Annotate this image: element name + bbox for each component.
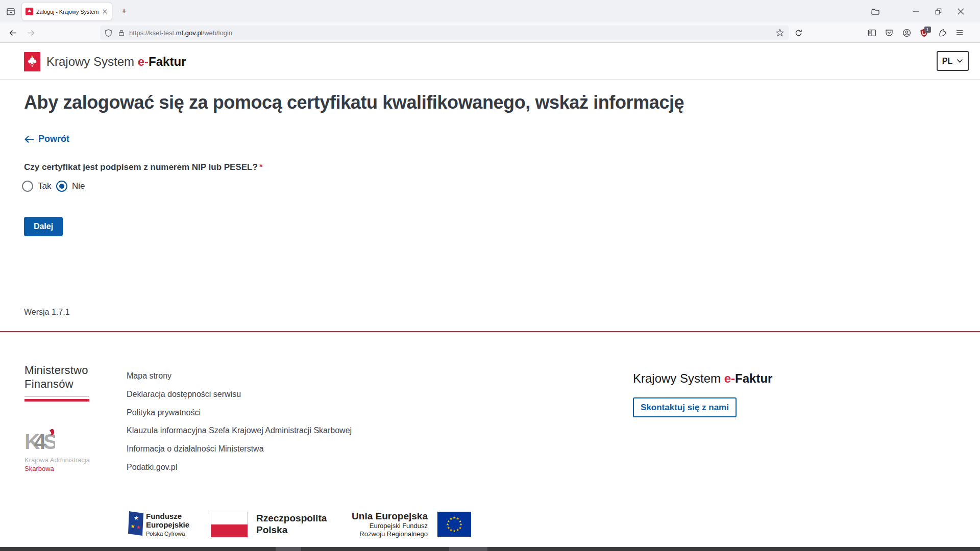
- footer-brand: Krajowy System e-Faktur: [633, 371, 772, 386]
- fundusze-europejskie-flag-icon: ★ ★ ★: [128, 510, 143, 536]
- footer-link-polityka[interactable]: Polityka prywatności: [127, 408, 201, 417]
- close-window-icon[interactable]: [953, 4, 968, 18]
- lock-icon[interactable]: [118, 29, 125, 37]
- tracking-protection-shield-icon[interactable]: [105, 29, 112, 37]
- footer-link-podatki[interactable]: Podatki.gov.pl: [127, 463, 177, 472]
- contact-button[interactable]: Skontaktuj się z nami: [633, 397, 737, 417]
- browser-tab[interactable]: Zaloguj - Krajowy System e-Fak: [22, 3, 112, 20]
- required-asterisk: *: [259, 162, 263, 172]
- sidebar-icon[interactable]: [865, 26, 879, 40]
- svg-text:★: ★: [136, 524, 141, 530]
- ministry-logo-text: Ministerstwo Finansów: [24, 363, 88, 391]
- fundusze-europejskie-text: Fundusze Europejskie Polska Cyfrowa: [146, 512, 189, 538]
- new-tab-button[interactable]: +: [117, 5, 131, 18]
- svg-text:★: ★: [456, 528, 459, 532]
- svg-text:★: ★: [131, 523, 135, 529]
- poland-eagle-logo-icon: [24, 52, 40, 71]
- back-icon[interactable]: [6, 26, 20, 40]
- menu-hamburger-icon[interactable]: [952, 26, 967, 40]
- radio-circle-nie[interactable]: [56, 181, 67, 192]
- footer-link-klauzula[interactable]: Klauzula informacyjna Szefa Krajowej Adm…: [127, 426, 352, 435]
- tab-title: Zaloguj - Krajowy System e-Fak: [36, 9, 100, 15]
- bookmark-star-icon[interactable]: [776, 29, 784, 37]
- browser-window: Zaloguj - Krajowy System e-Fak +: [0, 0, 980, 551]
- poland-flag-icon: [211, 512, 248, 537]
- svg-text:★: ★: [453, 529, 456, 533]
- footer-link-deklaracja[interactable]: Deklaracja dostępności serwisu: [127, 390, 241, 399]
- url-text: https://ksef-test.mf.gov.pl/web/login: [129, 29, 776, 37]
- radio-option-nie[interactable]: Nie: [56, 181, 85, 192]
- svg-text:★: ★: [449, 517, 452, 521]
- extension-icon[interactable]: [935, 26, 949, 40]
- app-title: Krajowy System e-Faktur: [46, 55, 186, 69]
- ministry-underline-gray: [24, 396, 89, 397]
- kas-caption-line2: Skarbowa: [24, 465, 54, 472]
- minimize-icon[interactable]: [909, 4, 923, 18]
- arrow-left-icon: [24, 135, 34, 143]
- site-header: Krajowy System e-Faktur PL: [0, 43, 980, 80]
- svg-text:★: ★: [453, 516, 456, 520]
- footer-link-informacja[interactable]: Informacja o działalności Ministerstwa: [127, 444, 264, 454]
- next-button[interactable]: Dalej: [24, 217, 63, 236]
- navigation-toolbar: https://ksef-test.mf.gov.pl/web/login: [0, 22, 980, 43]
- radio-option-tak[interactable]: Tak: [22, 181, 51, 192]
- eu-flag-icon: ★★★ ★★★ ★★★ ★★★: [437, 512, 471, 537]
- tab-bar: Zaloguj - Krajowy System e-Fak +: [0, 0, 980, 22]
- kas-caption-line1: Krajowa Administracja: [24, 456, 90, 464]
- red-divider: [0, 331, 980, 332]
- chevron-down-icon: [957, 59, 963, 63]
- restore-icon[interactable]: [931, 4, 945, 18]
- url-bar[interactable]: https://ksef-test.mf.gov.pl/web/login: [100, 26, 789, 40]
- radio-circle-tak[interactable]: [22, 181, 33, 192]
- version-label: Wersja 1.7.1: [24, 308, 70, 317]
- firefox-view-icon[interactable]: [5, 6, 16, 17]
- reload-icon[interactable]: [791, 26, 805, 40]
- tab-close-icon[interactable]: [101, 9, 108, 14]
- ublock-badge: 1: [924, 27, 931, 33]
- tab-manager-icon[interactable]: [868, 4, 882, 18]
- account-icon[interactable]: [899, 26, 914, 40]
- svg-text:★: ★: [134, 515, 139, 521]
- ublock-icon[interactable]: 1: [917, 26, 931, 40]
- unia-europejska-text: Unia Europejska Europejski Fundusz Rozwo…: [305, 511, 428, 538]
- language-dropdown[interactable]: PL: [937, 51, 969, 71]
- pocket-icon[interactable]: [882, 26, 896, 40]
- back-link[interactable]: Powrót: [24, 134, 69, 144]
- taskbar-edge: [0, 547, 980, 551]
- page-title: Aby zalogować się za pomocą certyfikatu …: [24, 92, 820, 113]
- kas-logo-icon: K 4 S: [24, 429, 55, 455]
- forward-icon[interactable]: [23, 26, 38, 40]
- footer-link-mapa-strony[interactable]: Mapa strony: [127, 371, 172, 381]
- ministry-underline-red: [24, 399, 89, 402]
- site-favicon-icon: [26, 8, 33, 15]
- certificate-question-label: Czy certyfikat jest podpisem z numerem N…: [24, 162, 263, 172]
